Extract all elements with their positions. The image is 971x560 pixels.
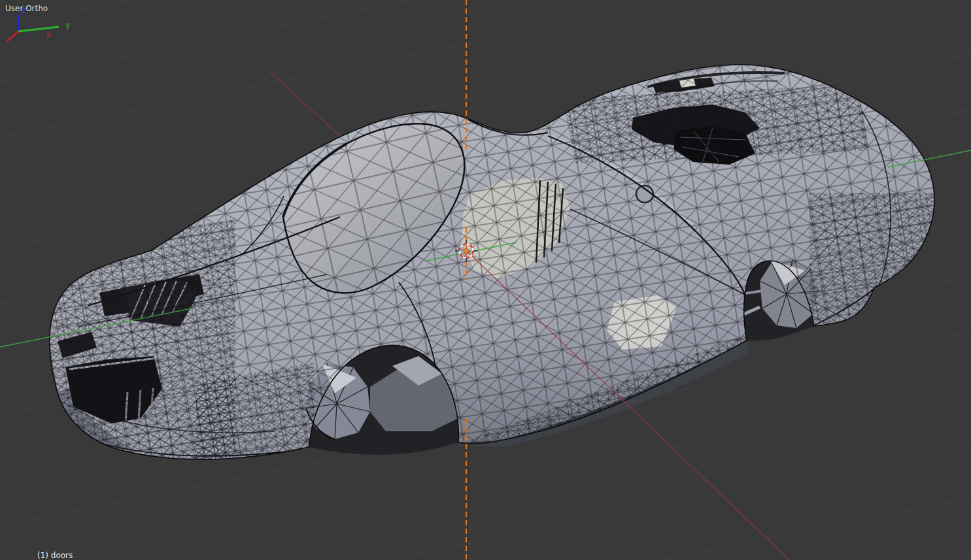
gizmo-x-axis-icon: [7, 31, 18, 41]
axis-gizmo: z y x: [0, 0, 85, 45]
blender-3d-viewport[interactable]: User Ortho (1) doors z y x: [0, 0, 971, 560]
gizmo-x-label: x: [46, 30, 50, 39]
gizmo-y-axis-icon: [18, 27, 59, 31]
viewport-canvas[interactable]: [0, 0, 971, 560]
active-object-label: (1) doors: [37, 551, 73, 560]
object-origin-dot: [464, 248, 468, 253]
gizmo-y-label: y: [65, 20, 70, 29]
gizmo-z-label: z: [22, 6, 26, 15]
